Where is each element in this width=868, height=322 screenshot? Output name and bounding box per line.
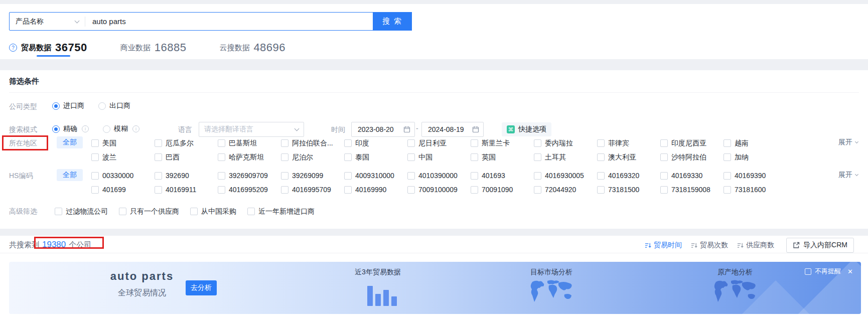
quick-options-label: 快捷选项 bbox=[518, 125, 546, 134]
region-checkbox[interactable]: 波兰 bbox=[91, 152, 155, 162]
end-date-input[interactable]: 2024-08-19 bbox=[421, 122, 484, 137]
region-checkbox[interactable]: 印度尼西亚 bbox=[660, 138, 724, 148]
hs-code-checkbox[interactable]: 72044920 bbox=[534, 185, 597, 195]
region-checkbox[interactable]: 加纳 bbox=[724, 152, 787, 162]
checkbox-label: 70091090 bbox=[482, 185, 513, 195]
info-icon[interactable]: i bbox=[132, 125, 139, 132]
quick-options-button[interactable]: ⌘ 快捷选项 bbox=[502, 122, 551, 136]
region-checkbox[interactable]: 巴基斯坦 bbox=[218, 138, 281, 148]
hs-code-checkbox[interactable]: 4016995209 bbox=[218, 185, 281, 195]
expand-label: 展开 bbox=[838, 138, 852, 147]
tab-trade-data[interactable]: ? 贸易数据 36750 bbox=[9, 41, 87, 54]
region-checkbox[interactable]: 沙特阿拉伯 bbox=[660, 152, 724, 162]
region-checkbox[interactable]: 尼泊尔 bbox=[281, 152, 344, 162]
checkbox-label: 40169911 bbox=[166, 185, 196, 195]
info-icon[interactable]: i bbox=[82, 125, 89, 132]
hs-code-checkbox[interactable]: 39269099 bbox=[281, 171, 344, 181]
advanced-filter-checkbox[interactable]: 近一年新增进口商 bbox=[247, 206, 315, 216]
hs-code-checkbox[interactable]: 392690 bbox=[155, 171, 218, 181]
close-icon[interactable]: ✕ bbox=[847, 268, 853, 275]
hs-code-checkbox[interactable]: 73181600 bbox=[724, 185, 787, 195]
checkbox-icon bbox=[155, 139, 162, 147]
radio-exact[interactable]: 精确 i bbox=[52, 124, 89, 133]
search-button[interactable]: 搜 索 bbox=[373, 12, 412, 31]
hs-code-checkbox[interactable]: 4016930005 bbox=[534, 171, 597, 181]
checkbox-icon bbox=[91, 139, 99, 147]
region-checkbox[interactable]: 尼日利亚 bbox=[407, 138, 471, 148]
region-checkbox[interactable]: 土耳其 bbox=[534, 152, 597, 162]
region-checkbox[interactable]: 巴西 bbox=[155, 152, 218, 162]
import-crm-button[interactable]: 导入内部CRM bbox=[786, 238, 854, 253]
tab-cloud-search-data[interactable]: 云搜数据 48696 bbox=[219, 41, 285, 54]
hs-code-checkbox[interactable]: 3926909709 bbox=[218, 171, 281, 181]
hs-code-checkbox[interactable]: 7318159008 bbox=[660, 185, 724, 195]
hs-code-checkbox[interactable]: 4009310000 bbox=[344, 171, 407, 181]
hs-expand-button[interactable]: 展开 bbox=[838, 171, 858, 180]
checkbox-icon bbox=[407, 172, 415, 180]
hs-code-checkbox[interactable]: 40169990 bbox=[344, 185, 407, 195]
region-checkbox[interactable]: 澳大利亚 bbox=[597, 152, 660, 162]
checkbox-icon bbox=[407, 186, 415, 194]
dismiss-checkbox[interactable] bbox=[805, 268, 811, 275]
hs-code-checkbox[interactable]: 40169330 bbox=[660, 171, 724, 181]
sort-option[interactable]: 贸易次数 bbox=[691, 241, 728, 250]
region-checkbox[interactable]: 印度 bbox=[344, 138, 407, 148]
help-icon[interactable]: ? bbox=[9, 44, 17, 52]
hs-code-checkbox[interactable]: 4010390000 bbox=[407, 171, 471, 181]
region-expand-button[interactable]: 展开 bbox=[838, 138, 858, 147]
radio-label: 精确 bbox=[63, 124, 77, 133]
region-checkbox[interactable]: 厄瓜多尔 bbox=[155, 138, 218, 148]
hs-code-checkbox[interactable]: 00330000 bbox=[91, 171, 155, 181]
chevron-down-icon bbox=[295, 126, 300, 131]
region-checkbox[interactable]: 斯里兰卡 bbox=[471, 138, 534, 148]
checkbox-label: 沙特阿拉伯 bbox=[671, 152, 706, 162]
advanced-filter-checkbox[interactable]: 从中国采购 bbox=[190, 206, 236, 216]
hs-code-checkbox[interactable]: 70091090 bbox=[471, 185, 534, 195]
region-checkbox[interactable]: 阿拉伯联合... bbox=[281, 138, 344, 148]
checkbox-icon bbox=[597, 186, 605, 194]
region-checkbox[interactable]: 哈萨克斯坦 bbox=[218, 152, 281, 162]
radio-label: 模糊 bbox=[114, 124, 128, 133]
region-checkbox[interactable]: 美国 bbox=[91, 138, 155, 148]
checkbox-label: 40169330 bbox=[671, 171, 702, 181]
search-category-select[interactable]: 产品名称 bbox=[10, 13, 85, 30]
analyze-button[interactable]: 去分析 bbox=[186, 280, 217, 295]
hs-code-checkbox[interactable]: 73181500 bbox=[597, 185, 660, 195]
region-all-button[interactable]: 全部 bbox=[57, 136, 83, 148]
checkbox-icon bbox=[155, 186, 162, 194]
region-checkbox[interactable]: 越南 bbox=[724, 138, 787, 148]
checkbox-icon bbox=[660, 186, 668, 194]
hs-code-checkbox[interactable]: 40169320 bbox=[597, 171, 660, 181]
advanced-filter-checkbox[interactable]: 过滤物流公司 bbox=[55, 206, 108, 216]
sort-option[interactable]: 贸易时间 bbox=[645, 241, 682, 250]
radio-exporter[interactable]: 出口商 bbox=[98, 101, 130, 110]
region-checkbox[interactable]: 英国 bbox=[471, 152, 534, 162]
checkbox-label: 委内瑞拉 bbox=[545, 138, 573, 148]
radio-fuzzy[interactable]: 模糊 i bbox=[103, 124, 139, 133]
search-input[interactable] bbox=[85, 17, 373, 26]
region-checkbox[interactable]: 中国 bbox=[407, 152, 471, 162]
hs-code-checkbox[interactable]: 4016995709 bbox=[281, 185, 344, 195]
tab-business-data[interactable]: 商业数据 16885 bbox=[120, 41, 187, 54]
region-checkbox[interactable]: 委内瑞拉 bbox=[534, 138, 597, 148]
checkbox-label: 印度尼西亚 bbox=[671, 138, 706, 148]
checkbox-icon bbox=[91, 186, 99, 194]
hs-code-checkbox[interactable]: 401693 bbox=[471, 171, 534, 181]
hs-code-checkbox[interactable]: 40169911 bbox=[155, 185, 218, 195]
sort-label: 贸易次数 bbox=[700, 241, 728, 250]
region-checkbox[interactable]: 泰国 bbox=[344, 152, 407, 162]
hs-code-checkbox[interactable]: 401699 bbox=[91, 185, 155, 195]
sort-option[interactable]: 供应商数 bbox=[737, 241, 774, 250]
start-date-input[interactable]: 2023-08-20 bbox=[351, 122, 415, 137]
checkbox-label: 巴基斯坦 bbox=[229, 138, 257, 148]
hs-code-checkbox[interactable]: 7009100009 bbox=[407, 185, 471, 195]
divider bbox=[0, 253, 868, 253]
radio-importer[interactable]: 进口商 bbox=[52, 101, 84, 110]
region-checkbox[interactable]: 菲律宾 bbox=[597, 138, 660, 148]
command-icon: ⌘ bbox=[507, 125, 515, 133]
hs-code-checkbox[interactable]: 40169390 bbox=[724, 171, 787, 181]
checkbox-icon bbox=[91, 172, 99, 180]
hs-all-button[interactable]: 全部 bbox=[57, 169, 83, 181]
language-select[interactable]: 请选择翻译语言 bbox=[199, 122, 304, 137]
advanced-filter-checkbox[interactable]: 只有一个供应商 bbox=[119, 206, 179, 216]
